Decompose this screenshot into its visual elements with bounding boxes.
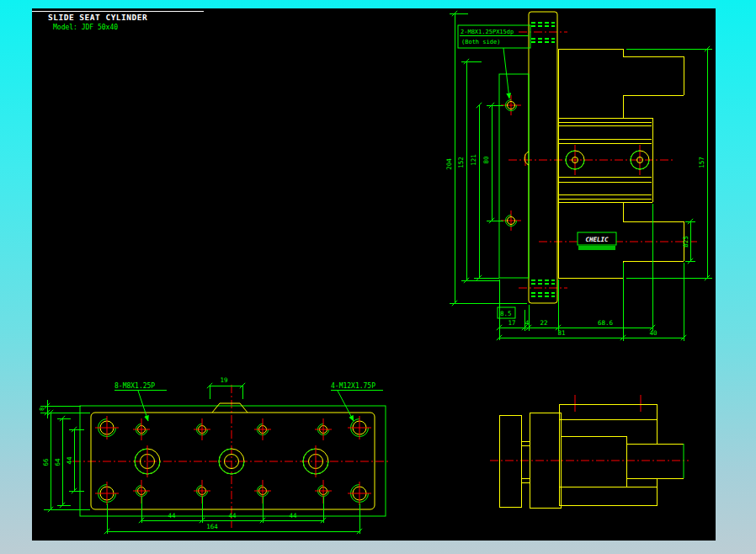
dim-80: 80 bbox=[482, 156, 490, 164]
dim-68-6: 68.6 bbox=[598, 319, 614, 327]
logo-text: CHELIC bbox=[585, 236, 609, 243]
dim-204: 204 bbox=[445, 158, 453, 170]
dim-121: 121 bbox=[470, 154, 477, 166]
note-m12: 4-M12X1.75P bbox=[331, 382, 375, 390]
note-m8: 8-M8X1.25P bbox=[114, 382, 155, 390]
drawing-title: SLIDE SEAT CYLINDER bbox=[48, 13, 147, 22]
dim-rod-diameter: Ø25 bbox=[682, 236, 689, 248]
dim-66: 66 bbox=[42, 458, 50, 466]
dim-157: 157 bbox=[698, 157, 705, 168]
dim-164: 164 bbox=[206, 523, 218, 530]
thread-note-line1: 2-M8X1.25PX15dp bbox=[461, 29, 514, 35]
dim-64: 64 bbox=[54, 458, 61, 466]
cad-drawing-canvas: SLIDE SEAT CYLINDER Model: JDF 50x40 bbox=[0, 0, 756, 554]
dim-152: 152 bbox=[457, 157, 465, 168]
dim-44-left: 44 bbox=[66, 456, 73, 465]
dim-44-b: 44 bbox=[228, 512, 237, 519]
brand-logo: CHELIC bbox=[578, 232, 616, 250]
dim-40: 40 bbox=[649, 329, 658, 337]
dim-44-a: 44 bbox=[168, 512, 176, 519]
drawing-model: Model: JDF 50x40 bbox=[53, 24, 118, 31]
dim-4: 4 bbox=[525, 319, 530, 327]
dim-17: 17 bbox=[508, 319, 515, 327]
dim-22: 22 bbox=[540, 319, 547, 327]
dim-8-5: 8.5 bbox=[500, 310, 512, 317]
dim-81: 81 bbox=[557, 329, 565, 337]
dim-44-c: 44 bbox=[289, 512, 297, 519]
thread-note-line2: (Both side) bbox=[461, 39, 500, 45]
logo-underline-bar bbox=[578, 246, 615, 250]
cad-viewport: SLIDE SEAT CYLINDER Model: JDF 50x40 bbox=[0, 0, 756, 554]
dim-19: 19 bbox=[220, 376, 227, 384]
dim-8: 8 bbox=[39, 408, 45, 411]
